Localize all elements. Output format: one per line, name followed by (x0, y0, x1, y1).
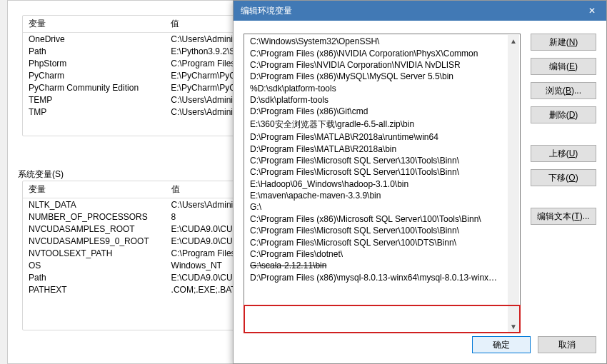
var-name: Path (23, 45, 165, 57)
move-up-button[interactable]: 上移(U) (531, 145, 596, 162)
edit-text-button[interactable]: 编辑文本(T)... (531, 208, 596, 225)
list-item[interactable]: D:\Program Files (x86)\Git\cmd (244, 106, 520, 117)
var-name: NLTK_DATA (23, 198, 166, 211)
list-item[interactable]: E:\360安全浏览器下载\gradle-6.5-all.zip\bin (244, 118, 520, 131)
edit-env-var-dialog: 编辑环境变量 ✕ C:\Windows\System32\OpenSSH\C:\… (233, 0, 607, 364)
list-item[interactable]: D:\Program Files (x86)\MySQL\MySQL Serve… (244, 71, 520, 82)
list-item[interactable]: C:\Program Files\NVIDIA Corporation\NVID… (244, 59, 520, 71)
list-item[interactable]: D:\Program Files\MATLAB\R2018a\bin (244, 143, 520, 154)
list-item[interactable]: C:\Windows\System32\OpenSSH\ (244, 36, 520, 47)
new-button[interactable]: 新建(N) (531, 34, 596, 51)
list-item[interactable]: D:\sdk\platform-tools (244, 94, 520, 106)
col-header-var[interactable]: 变量 (23, 181, 166, 198)
move-down-button[interactable]: 下移(O) (531, 169, 596, 186)
var-name: OneDrive (23, 33, 165, 46)
list-item[interactable]: E:\Hadoop\06_Windows\hadoop-3.1.0\bin (244, 178, 520, 190)
var-name: NUMBER_OF_PROCESSORS (23, 211, 166, 223)
var-name: PhpStorm (23, 57, 165, 69)
ok-button[interactable]: 确定 (472, 336, 531, 353)
var-name: TMP (23, 106, 165, 118)
var-name: PyCharm (23, 69, 165, 81)
var-name: OS (23, 259, 166, 271)
close-button[interactable]: ✕ (578, 1, 606, 21)
list-item[interactable]: D:\Program Files (x86)\mysql-8.0.13-winx… (244, 272, 520, 283)
list-item[interactable]: C:\Program Files\Microsoft SQL Server\10… (244, 225, 520, 236)
edit-button[interactable]: 编辑(E) (531, 58, 596, 75)
list-item[interactable]: G:\scala-2.12.11\bin (244, 260, 520, 271)
scroll-up-icon[interactable]: ▲ (508, 35, 519, 46)
dialog-buttons-col: 新建(N) 编辑(E) 浏览(B)... 删除(D) 上移(U) 下移(O) 编… (531, 34, 596, 225)
list-item[interactable]: C:\Program Files (x86)\Microsoft SQL Ser… (244, 213, 520, 225)
dialog-bottom-buttons: 确定 取消 (472, 336, 596, 353)
dialog-title: 编辑环境变量 (241, 5, 292, 17)
delete-button[interactable]: 删除(D) (531, 106, 596, 123)
var-name: TEMP (23, 93, 165, 106)
system-vars-label: 系统变量(S) (18, 168, 64, 181)
path-listbox[interactable]: C:\Windows\System32\OpenSSH\C:\Program F… (244, 34, 521, 333)
close-icon: ✕ (588, 6, 596, 16)
list-item[interactable]: C:\Program Files\Microsoft SQL Server\11… (244, 166, 520, 178)
dialog-titlebar[interactable]: 编辑环境变量 ✕ (234, 1, 606, 21)
list-item[interactable]: C:\Program Files (x86)\NVIDIA Corporatio… (244, 47, 520, 59)
col-header-var[interactable]: 变量 (23, 16, 165, 33)
dialog-body: C:\Windows\System32\OpenSSH\C:\Program F… (234, 21, 606, 363)
var-name: Path (23, 271, 166, 283)
var-name: PyCharm Community Edition (23, 81, 165, 93)
var-name: PATHEXT (23, 283, 166, 295)
var-name: NVCUDASAMPLES_ROOT (23, 223, 166, 235)
var-name: NVCUDASAMPLES9_0_ROOT (23, 235, 166, 247)
scroll-down-icon[interactable]: ▼ (508, 320, 519, 332)
list-item[interactable]: E:\maven\apache-maven-3.3.9\bin (244, 190, 520, 201)
var-name: NVTOOLSEXT_PATH (23, 247, 166, 259)
list-item[interactable]: %D:\sdk\platform-tools (244, 83, 520, 94)
list-item[interactable]: D:\Program Files\MATLAB\R2018a\runtime\w… (244, 131, 520, 143)
scrollbar[interactable]: ▲ ▼ (508, 35, 519, 332)
list-item[interactable]: C:\Program Files\Microsoft SQL Server\13… (244, 155, 520, 166)
cancel-button[interactable]: 取消 (538, 336, 596, 353)
list-item[interactable]: C:\Program Files\Microsoft SQL Server\10… (244, 236, 520, 248)
browse-button[interactable]: 浏览(B)... (531, 82, 596, 99)
list-item[interactable]: G:\ (244, 201, 520, 213)
list-item[interactable]: C:\Program Files\dotnet\ (244, 248, 520, 260)
